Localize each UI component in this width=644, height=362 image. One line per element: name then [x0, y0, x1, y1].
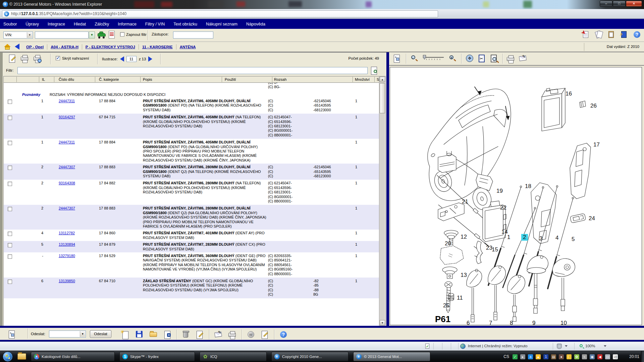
diagram-label-23[interactable]: 23: [486, 245, 492, 251]
row-checkbox[interactable]: [8, 254, 12, 259]
menu-item-10[interactable]: Nápověda: [246, 22, 265, 26]
apply-filter-icon[interactable]: [370, 67, 378, 75]
next-illustration-icon[interactable]: [148, 56, 152, 62]
part-number-link[interactable]: 13279180: [59, 254, 75, 258]
one-icon[interactable]: 1: [543, 354, 548, 359]
diagram-label-6[interactable]: 6: [467, 320, 470, 325]
column-header[interactable]: Množství: [355, 77, 370, 81]
media-player-icon[interactable]: ▸: [520, 354, 525, 359]
illustration-number-input[interactable]: 11: [126, 56, 137, 62]
diagram-label-20[interactable]: 20: [445, 240, 451, 247]
hide-replacements-checkbox[interactable]: [56, 56, 60, 60]
vin-history-chevron-icon[interactable]: ▼: [89, 32, 95, 39]
image-search-icon[interactable]: [489, 54, 499, 64]
diagram-label-22[interactable]: 22: [500, 204, 506, 211]
part-number-link[interactable]: 24447307: [59, 206, 75, 210]
usb-icon[interactable]: ⌁: [582, 354, 587, 359]
home-icon[interactable]: [4, 44, 11, 50]
network-user-icon[interactable]: ◉: [590, 354, 595, 359]
search-book-icon[interactable]: ⌕: [620, 31, 629, 39]
scroll-up-icon[interactable]: ▲: [380, 77, 385, 82]
edit-list-icon[interactable]: [195, 330, 205, 339]
parts-diagram[interactable]: 1626171824191415202122231213112512345678…: [390, 67, 642, 325]
taskbar-button[interactable]: e© 2013 General Mot...: [353, 352, 430, 361]
part-number-link[interactable]: 13139850: [59, 279, 75, 283]
scrollbar-thumb[interactable]: [380, 83, 385, 113]
edit-pencil-icon[interactable]: [260, 330, 270, 339]
part-number-link[interactable]: 93164297: [59, 115, 75, 119]
diagram-label-16[interactable]: 16: [566, 90, 572, 97]
start-button[interactable]: [3, 352, 13, 362]
volume-red-icon[interactable]: ◀: [597, 354, 602, 359]
fit-page-icon[interactable]: ↖: [7, 329, 17, 340]
vehicle-icon[interactable]: [97, 31, 106, 39]
diagram-label-15[interactable]: 15: [492, 246, 498, 253]
row-checkbox[interactable]: [8, 182, 12, 186]
column-header[interactable]: Použití: [225, 77, 236, 81]
part-number-link[interactable]: 24447311: [59, 99, 75, 103]
send-button[interactable]: Odeslat: [90, 330, 111, 338]
vin-mode-select[interactable]: VIN:▼: [3, 32, 33, 39]
table-scrollbar[interactable]: ▲ ▼: [379, 76, 385, 326]
diagram-label-18[interactable]: 18: [525, 183, 531, 189]
diagram-label-9[interactable]: 9: [532, 320, 535, 325]
column-header[interactable]: Popis: [143, 77, 152, 81]
delete-icon[interactable]: [181, 330, 191, 339]
print-preview-icon[interactable]: [33, 54, 43, 64]
chevron-down-icon[interactable]: [565, 345, 568, 347]
taskbar-button[interactable]: SSkype™ - frydex: [119, 352, 195, 361]
speaker-icon[interactable]: ◁: [613, 354, 618, 359]
clipboard-icon[interactable]: [607, 31, 616, 39]
audio-app-icon[interactable]: a: [528, 354, 533, 359]
explorer-icon[interactable]: [17, 353, 26, 360]
menu-item-4[interactable]: Hledat: [74, 22, 86, 26]
zoom-slider[interactable]: [422, 54, 446, 63]
diagram-label-24[interactable]: 24: [589, 215, 595, 222]
vin-document-icon[interactable]: [109, 31, 115, 39]
part-number-link[interactable]: 24447311: [59, 140, 75, 144]
chevron-down-icon[interactable]: ▼: [27, 32, 32, 38]
menu-item-3[interactable]: Integrace: [48, 22, 65, 26]
diagram-label-7[interactable]: 7: [489, 320, 492, 325]
row-checkbox[interactable]: [8, 207, 12, 211]
help-icon[interactable]: ?: [633, 31, 641, 39]
zoom-slider-handle[interactable]: [423, 55, 426, 60]
zoom-level[interactable]: 100%: [585, 344, 595, 348]
row-checkbox[interactable]: [8, 116, 12, 120]
filter-input[interactable]: [17, 67, 368, 74]
open-folder-icon[interactable]: [149, 330, 158, 339]
keyboard-icon[interactable]: ▤: [551, 354, 556, 359]
panel-divider[interactable]: [386, 52, 389, 326]
icq-flower-icon[interactable]: ✿: [574, 354, 579, 359]
diagram-label-17[interactable]: 17: [593, 141, 600, 148]
diagram-label-13[interactable]: 13: [461, 272, 467, 278]
diagram-label-25[interactable]: 25: [443, 302, 449, 309]
edit-icon[interactable]: [8, 54, 18, 64]
show-desktop-button[interactable]: [641, 351, 644, 362]
chevron-down-icon[interactable]: [604, 345, 606, 347]
pan-icon[interactable]: ✥: [465, 54, 475, 64]
taskbar-clock[interactable]: 20:01: [629, 354, 639, 359]
note-check-icon[interactable]: ✎: [214, 330, 223, 339]
menu-item-5[interactable]: Záložky: [95, 22, 109, 26]
part-number-link[interactable]: 13130894: [59, 242, 75, 246]
breadcrumb-link[interactable]: 11 - KAROSERIE: [142, 45, 173, 49]
diagram-label-4[interactable]: 4: [555, 235, 558, 241]
new-document-icon[interactable]: ✳: [120, 330, 130, 339]
enable-filter-checkbox[interactable]: [120, 32, 124, 37]
column-header[interactable]: IL: [42, 77, 45, 81]
menu-item-1[interactable]: Soubor: [3, 22, 17, 26]
part-number-link[interactable]: 93164308: [59, 181, 75, 185]
diagram-label-3[interactable]: 3: [539, 235, 542, 242]
breadcrumb-link[interactable]: ANTÉNA: [180, 45, 196, 49]
menu-item-7[interactable]: Filtry / VIN: [145, 22, 165, 26]
shortcut-input[interactable]: [173, 32, 213, 39]
tags-icon[interactable]: [594, 31, 603, 39]
part-number-link[interactable]: 24447307: [59, 165, 75, 169]
send-select[interactable]: ▼: [49, 330, 86, 338]
vin-input[interactable]: [35, 32, 89, 39]
url-field[interactable]: e http://127.0.0.1:351/PQMace/login.fve?…: [2, 10, 438, 17]
note-icon[interactable]: ✎: [518, 54, 528, 64]
flag-check-icon[interactable]: ✓: [513, 354, 518, 359]
print-icon[interactable]: [20, 54, 30, 64]
